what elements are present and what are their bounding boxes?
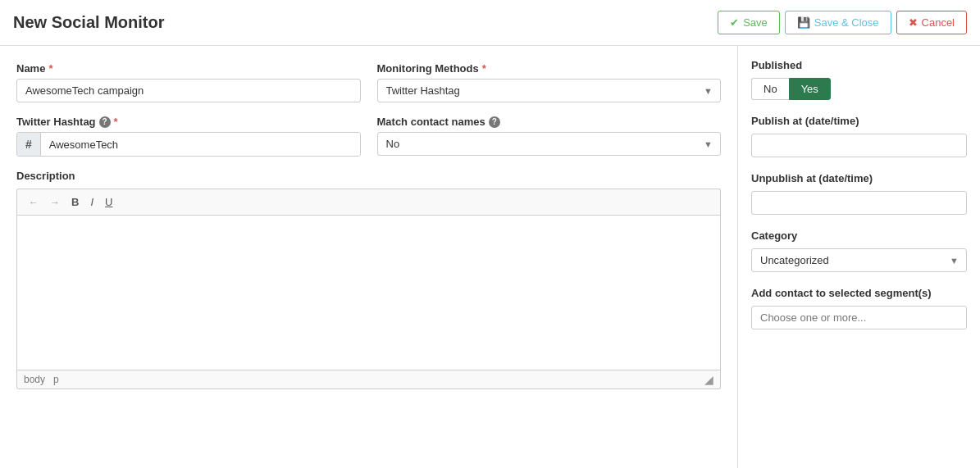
unpublish-at-section: Unpublish at (date/time) (751, 172, 967, 215)
match-contact-label: Match contact names ? (377, 116, 722, 128)
name-group: Name * (16, 62, 361, 102)
match-contact-group: Match contact names ? No Yes ▼ (377, 116, 722, 157)
save-button[interactable]: ✔ Save (718, 11, 780, 34)
publish-at-input[interactable] (751, 134, 967, 157)
segment-label: Add contact to selected segment(s) (751, 287, 967, 299)
underline-button[interactable]: U (100, 193, 117, 211)
monitoring-required: * (482, 62, 486, 75)
category-label: Category (751, 229, 967, 242)
editor-footer: body p ◢ (16, 370, 721, 389)
name-label: Name * (16, 62, 361, 75)
p-tag: p (53, 374, 59, 385)
segment-section: Add contact to selected segment(s) (751, 287, 967, 329)
match-contact-select[interactable]: No Yes (377, 132, 722, 156)
description-section: Description ← → B I U body p ◢ (16, 170, 721, 389)
hashtag-help-icon[interactable]: ? (99, 116, 111, 128)
redo-button[interactable]: → (45, 194, 65, 211)
category-select[interactable]: Uncategorized General (751, 248, 967, 272)
body-tag: body (24, 374, 45, 385)
hashtag-input-wrapper: # (16, 132, 361, 157)
hashtag-group: Twitter Hashtag ? * # (16, 116, 361, 157)
published-section: Published No Yes (751, 59, 967, 100)
name-required: * (48, 62, 52, 75)
x-icon: ✖ (909, 16, 918, 29)
check-icon: ✔ (730, 16, 739, 29)
monitoring-group: Monitoring Methods * Twitter Hashtag Fac… (377, 62, 722, 102)
description-editor[interactable] (16, 215, 721, 370)
published-yes-button[interactable]: Yes (789, 78, 831, 100)
page-title: New Social Monitor (13, 13, 164, 32)
publish-at-label: Publish at (date/time) (751, 115, 967, 127)
hashtag-prefix: # (17, 133, 41, 156)
resize-handle-icon[interactable]: ◢ (704, 373, 713, 386)
category-select-wrapper: Uncategorized General ▼ (751, 248, 967, 272)
form-row-1: Name * Monitoring Methods * Twitter Hash… (16, 62, 721, 102)
editor-toolbar: ← → B I U (16, 189, 721, 215)
header-actions: ✔ Save 💾 Save & Close ✖ Cancel (718, 11, 967, 34)
name-input[interactable] (16, 79, 361, 102)
unpublish-at-label: Unpublish at (date/time) (751, 172, 967, 184)
match-contact-select-wrapper: No Yes ▼ (377, 132, 722, 156)
hashtag-input[interactable] (41, 133, 360, 156)
right-panel: Published No Yes Publish at (date/time) … (738, 46, 980, 468)
undo-button[interactable]: ← (24, 194, 43, 211)
unpublish-at-input[interactable] (751, 191, 967, 215)
monitoring-select[interactable]: Twitter Hashtag Facebook Instagram (377, 79, 722, 102)
publish-at-section: Publish at (date/time) (751, 115, 967, 157)
floppy-icon: 💾 (797, 16, 810, 29)
left-panel: Name * Monitoring Methods * Twitter Hash… (0, 46, 738, 468)
italic-button[interactable]: I (85, 193, 98, 211)
published-no-button[interactable]: No (751, 78, 789, 100)
description-label: Description (16, 170, 721, 182)
form-row-2: Twitter Hashtag ? * # Match contact name… (16, 116, 721, 157)
page-header: New Social Monitor ✔ Save 💾 Save & Close… (0, 0, 980, 46)
cancel-button[interactable]: ✖ Cancel (896, 11, 967, 34)
published-toggle: No Yes (751, 78, 967, 100)
monitoring-label: Monitoring Methods * (377, 62, 722, 75)
editor-tags: body p (24, 374, 59, 385)
match-contact-help-icon[interactable]: ? (489, 116, 500, 128)
save-close-button[interactable]: 💾 Save & Close (785, 11, 891, 34)
hashtag-label: Twitter Hashtag ? * (16, 116, 361, 128)
content-area: Name * Monitoring Methods * Twitter Hash… (0, 46, 980, 468)
bold-button[interactable]: B (66, 193, 84, 211)
monitoring-select-wrapper: Twitter Hashtag Facebook Instagram ▼ (377, 79, 722, 102)
segment-input[interactable] (751, 306, 967, 329)
category-section: Category Uncategorized General ▼ (751, 229, 967, 272)
hashtag-required: * (114, 116, 118, 128)
published-label: Published (751, 59, 967, 71)
